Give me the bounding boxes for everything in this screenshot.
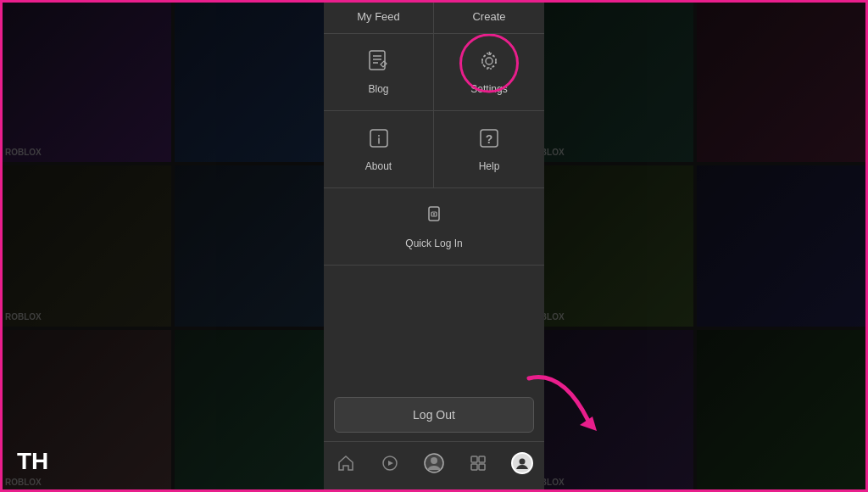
blog-icon [367,49,391,78]
top-navigation: My Feed Create [324,0,544,34]
quick-login-icon [422,204,446,232]
menu-item-settings[interactable]: Settings [434,34,544,110]
svg-point-18 [431,457,437,464]
logout-button[interactable]: Log Out [334,397,534,433]
menu-panel: My Feed Create Blog [324,0,544,492]
blog-label: Blog [368,83,388,95]
bottom-nav-catalog[interactable] [456,449,500,478]
bottom-nav-avatar[interactable] [412,449,456,478]
svg-rect-20 [479,456,485,462]
svg-text:?: ? [486,132,493,146]
settings-highlight-circle [459,34,519,93]
bottom-nav-home[interactable] [324,449,368,478]
profile-avatar [511,452,533,474]
svg-marker-16 [388,461,393,466]
svg-rect-22 [479,464,485,470]
bottom-navigation [324,441,544,486]
svg-rect-21 [471,464,477,470]
svg-rect-19 [471,456,477,462]
about-label: About [365,160,392,172]
menu-grid: Blog Settings [324,34,544,389]
watermark-th: TH [17,448,48,475]
menu-item-quick-login[interactable]: Quick Log In [324,188,544,265]
menu-item-help[interactable]: ? Help [434,111,544,187]
menu-row-2: About ? Help [324,111,544,188]
svg-point-13 [433,213,435,215]
menu-row-1: Blog Settings [324,34,544,111]
help-label: Help [479,160,500,172]
bottom-nav-profile[interactable] [500,449,544,478]
svg-point-23 [520,459,526,465]
about-icon [367,126,391,155]
menu-row-3: Quick Log In [324,188,544,266]
menu-item-blog[interactable]: Blog [324,34,434,110]
quick-login-label: Quick Log In [405,238,462,249]
nav-create[interactable]: Create [434,0,544,33]
bottom-nav-discover[interactable] [368,449,412,478]
help-icon: ? [477,126,501,155]
nav-my-feed[interactable]: My Feed [324,0,434,33]
menu-item-about[interactable]: About [324,111,434,187]
